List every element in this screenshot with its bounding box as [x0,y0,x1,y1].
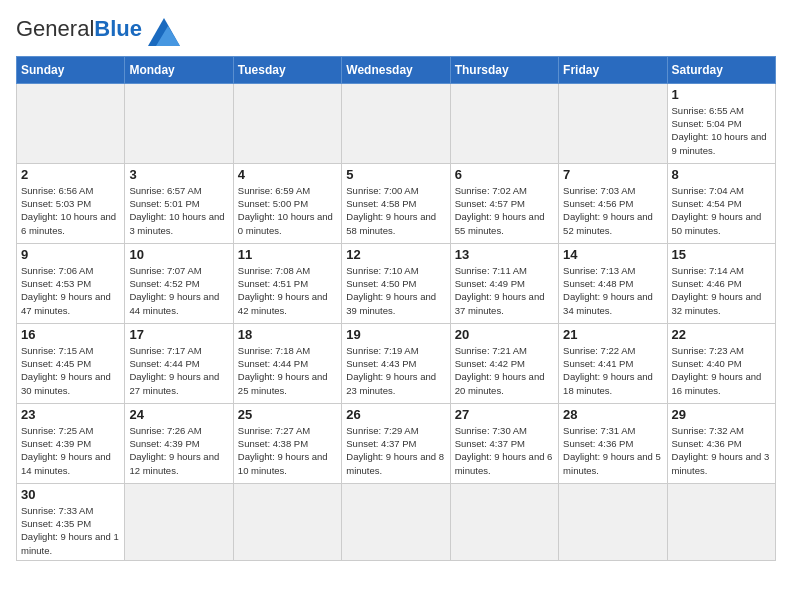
calendar-cell: 22Sunrise: 7:23 AM Sunset: 4:40 PM Dayli… [667,323,775,403]
calendar-cell: 13Sunrise: 7:11 AM Sunset: 4:49 PM Dayli… [450,243,558,323]
page: GeneralBlue SundayMondayTuesdayWednesday… [0,0,792,569]
calendar-cell [233,483,341,560]
calendar-cell [559,83,667,163]
calendar-cell: 5Sunrise: 7:00 AM Sunset: 4:58 PM Daylig… [342,163,450,243]
day-info: Sunrise: 7:33 AM Sunset: 4:35 PM Dayligh… [21,504,120,557]
day-number: 21 [563,327,662,342]
logo: GeneralBlue [16,16,180,46]
day-number: 16 [21,327,120,342]
calendar-cell: 24Sunrise: 7:26 AM Sunset: 4:39 PM Dayli… [125,403,233,483]
calendar-cell: 7Sunrise: 7:03 AM Sunset: 4:56 PM Daylig… [559,163,667,243]
calendar-cell [125,83,233,163]
calendar-cell [17,83,125,163]
calendar-cell [559,483,667,560]
calendar-cell: 20Sunrise: 7:21 AM Sunset: 4:42 PM Dayli… [450,323,558,403]
week-row-2: 2Sunrise: 6:56 AM Sunset: 5:03 PM Daylig… [17,163,776,243]
day-info: Sunrise: 6:55 AM Sunset: 5:04 PM Dayligh… [672,104,771,157]
calendar-cell [342,483,450,560]
day-info: Sunrise: 7:32 AM Sunset: 4:36 PM Dayligh… [672,424,771,477]
day-number: 15 [672,247,771,262]
weekday-header-saturday: Saturday [667,56,775,83]
day-number: 13 [455,247,554,262]
logo-text: GeneralBlue [16,16,180,46]
day-number: 19 [346,327,445,342]
calendar-cell: 1Sunrise: 6:55 AM Sunset: 5:04 PM Daylig… [667,83,775,163]
day-info: Sunrise: 7:03 AM Sunset: 4:56 PM Dayligh… [563,184,662,237]
day-number: 25 [238,407,337,422]
weekday-header-tuesday: Tuesday [233,56,341,83]
calendar-cell [450,483,558,560]
week-row-5: 23Sunrise: 7:25 AM Sunset: 4:39 PM Dayli… [17,403,776,483]
day-info: Sunrise: 6:59 AM Sunset: 5:00 PM Dayligh… [238,184,337,237]
day-number: 5 [346,167,445,182]
weekday-header-wednesday: Wednesday [342,56,450,83]
day-info: Sunrise: 7:26 AM Sunset: 4:39 PM Dayligh… [129,424,228,477]
day-info: Sunrise: 7:18 AM Sunset: 4:44 PM Dayligh… [238,344,337,397]
calendar-cell: 17Sunrise: 7:17 AM Sunset: 4:44 PM Dayli… [125,323,233,403]
calendar-cell [667,483,775,560]
day-info: Sunrise: 6:56 AM Sunset: 5:03 PM Dayligh… [21,184,120,237]
day-number: 17 [129,327,228,342]
weekday-header-friday: Friday [559,56,667,83]
calendar-cell: 12Sunrise: 7:10 AM Sunset: 4:50 PM Dayli… [342,243,450,323]
day-info: Sunrise: 7:22 AM Sunset: 4:41 PM Dayligh… [563,344,662,397]
calendar-cell [450,83,558,163]
calendar-cell: 25Sunrise: 7:27 AM Sunset: 4:38 PM Dayli… [233,403,341,483]
calendar-cell: 15Sunrise: 7:14 AM Sunset: 4:46 PM Dayli… [667,243,775,323]
day-info: Sunrise: 7:19 AM Sunset: 4:43 PM Dayligh… [346,344,445,397]
day-number: 12 [346,247,445,262]
day-info: Sunrise: 7:08 AM Sunset: 4:51 PM Dayligh… [238,264,337,317]
calendar-cell: 10Sunrise: 7:07 AM Sunset: 4:52 PM Dayli… [125,243,233,323]
day-number: 26 [346,407,445,422]
day-info: Sunrise: 7:02 AM Sunset: 4:57 PM Dayligh… [455,184,554,237]
day-number: 10 [129,247,228,262]
day-number: 27 [455,407,554,422]
calendar-cell [125,483,233,560]
calendar-cell: 6Sunrise: 7:02 AM Sunset: 4:57 PM Daylig… [450,163,558,243]
day-info: Sunrise: 7:10 AM Sunset: 4:50 PM Dayligh… [346,264,445,317]
weekday-header-monday: Monday [125,56,233,83]
logo-icon [148,18,180,46]
day-info: Sunrise: 7:23 AM Sunset: 4:40 PM Dayligh… [672,344,771,397]
calendar-cell: 21Sunrise: 7:22 AM Sunset: 4:41 PM Dayli… [559,323,667,403]
calendar-cell: 26Sunrise: 7:29 AM Sunset: 4:37 PM Dayli… [342,403,450,483]
day-number: 9 [21,247,120,262]
day-number: 30 [21,487,120,502]
calendar-cell [233,83,341,163]
week-row-3: 9Sunrise: 7:06 AM Sunset: 4:53 PM Daylig… [17,243,776,323]
calendar-cell: 9Sunrise: 7:06 AM Sunset: 4:53 PM Daylig… [17,243,125,323]
calendar-cell: 16Sunrise: 7:15 AM Sunset: 4:45 PM Dayli… [17,323,125,403]
day-number: 3 [129,167,228,182]
day-info: Sunrise: 7:13 AM Sunset: 4:48 PM Dayligh… [563,264,662,317]
calendar-cell: 27Sunrise: 7:30 AM Sunset: 4:37 PM Dayli… [450,403,558,483]
day-info: Sunrise: 6:57 AM Sunset: 5:01 PM Dayligh… [129,184,228,237]
weekday-header-row: SundayMondayTuesdayWednesdayThursdayFrid… [17,56,776,83]
day-number: 20 [455,327,554,342]
day-number: 24 [129,407,228,422]
calendar-cell: 3Sunrise: 6:57 AM Sunset: 5:01 PM Daylig… [125,163,233,243]
weekday-header-sunday: Sunday [17,56,125,83]
calendar-cell: 28Sunrise: 7:31 AM Sunset: 4:36 PM Dayli… [559,403,667,483]
calendar-cell: 29Sunrise: 7:32 AM Sunset: 4:36 PM Dayli… [667,403,775,483]
day-info: Sunrise: 7:21 AM Sunset: 4:42 PM Dayligh… [455,344,554,397]
calendar-cell: 18Sunrise: 7:18 AM Sunset: 4:44 PM Dayli… [233,323,341,403]
calendar-cell: 8Sunrise: 7:04 AM Sunset: 4:54 PM Daylig… [667,163,775,243]
calendar-cell: 11Sunrise: 7:08 AM Sunset: 4:51 PM Dayli… [233,243,341,323]
day-info: Sunrise: 7:31 AM Sunset: 4:36 PM Dayligh… [563,424,662,477]
week-row-1: 1Sunrise: 6:55 AM Sunset: 5:04 PM Daylig… [17,83,776,163]
day-number: 1 [672,87,771,102]
calendar-cell: 14Sunrise: 7:13 AM Sunset: 4:48 PM Dayli… [559,243,667,323]
day-info: Sunrise: 7:15 AM Sunset: 4:45 PM Dayligh… [21,344,120,397]
calendar-cell: 23Sunrise: 7:25 AM Sunset: 4:39 PM Dayli… [17,403,125,483]
day-number: 7 [563,167,662,182]
day-info: Sunrise: 7:07 AM Sunset: 4:52 PM Dayligh… [129,264,228,317]
weekday-header-thursday: Thursday [450,56,558,83]
calendar: SundayMondayTuesdayWednesdayThursdayFrid… [16,56,776,561]
day-info: Sunrise: 7:29 AM Sunset: 4:37 PM Dayligh… [346,424,445,477]
week-row-6: 30Sunrise: 7:33 AM Sunset: 4:35 PM Dayli… [17,483,776,560]
day-number: 18 [238,327,337,342]
day-number: 11 [238,247,337,262]
day-number: 22 [672,327,771,342]
day-info: Sunrise: 7:14 AM Sunset: 4:46 PM Dayligh… [672,264,771,317]
day-info: Sunrise: 7:04 AM Sunset: 4:54 PM Dayligh… [672,184,771,237]
